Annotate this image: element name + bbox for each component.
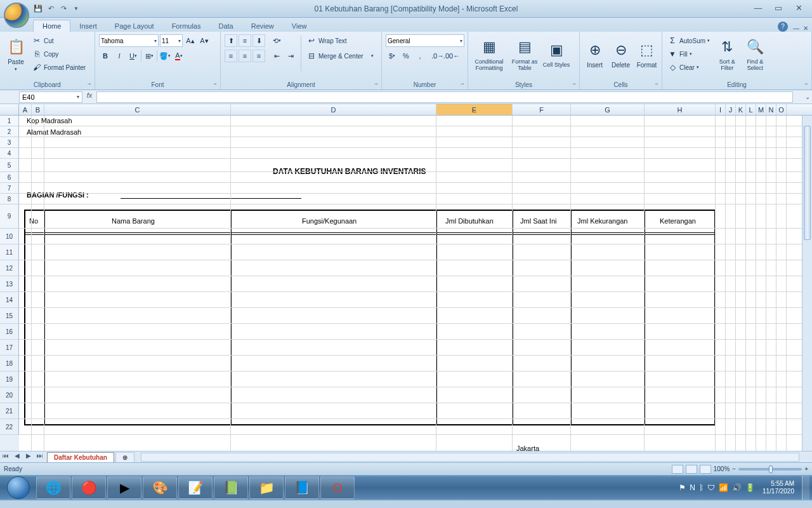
rowheader-14[interactable]: 14 xyxy=(0,292,19,308)
tab-view[interactable]: View xyxy=(283,20,316,32)
name-box[interactable]: E40▾ xyxy=(19,91,82,103)
first-sheet-icon[interactable]: ⏮ xyxy=(0,452,11,462)
fill-color-button[interactable]: 🪣▾ xyxy=(159,50,171,62)
align-top-icon[interactable]: ⬆ xyxy=(225,34,237,47)
colheader-N[interactable]: N xyxy=(766,104,776,115)
increase-font-icon[interactable]: A▴ xyxy=(184,34,197,47)
taskbar-chrome[interactable]: 🔴 xyxy=(72,476,106,499)
save-icon[interactable]: 💾 xyxy=(33,4,43,14)
new-sheet-icon[interactable]: ⊕ xyxy=(115,452,134,462)
rowheader-19[interactable]: 19 xyxy=(0,371,19,387)
rowheader-8[interactable]: 8 xyxy=(0,194,19,204)
colheader-H[interactable]: H xyxy=(645,104,716,115)
taskbar-paint[interactable]: 🎨 xyxy=(143,476,177,499)
rowheader-7[interactable]: 7 xyxy=(0,183,19,194)
rowheader-20[interactable]: 20 xyxy=(0,387,19,403)
colheader-A[interactable]: A xyxy=(19,104,32,115)
tab-home[interactable]: Home xyxy=(33,20,70,32)
select-all-corner[interactable] xyxy=(0,104,19,115)
increase-decimal-icon[interactable]: .0→ xyxy=(431,50,444,62)
vertical-scrollbar[interactable] xyxy=(802,116,812,451)
align-right-icon[interactable]: ≡ xyxy=(252,50,265,62)
rowheader-9[interactable]: 9 xyxy=(0,204,19,229)
page-break-view-icon[interactable] xyxy=(700,465,711,474)
comma-icon[interactable]: , xyxy=(414,50,426,62)
tray-onenote-icon[interactable]: N xyxy=(690,483,695,492)
tray-flag-icon[interactable]: ⚑ xyxy=(679,483,686,492)
rowheader-6[interactable]: 6 xyxy=(0,172,19,183)
decrease-decimal-icon[interactable]: .00← xyxy=(445,50,458,62)
colheader-B[interactable]: B xyxy=(32,104,44,115)
rowheader-4[interactable]: 4 xyxy=(0,148,19,159)
format-as-table-button[interactable]: ▤Format as Table xyxy=(509,33,540,75)
rowheader-17[interactable]: 17 xyxy=(0,340,19,356)
taskbar-opera[interactable]: O xyxy=(320,476,355,499)
currency-icon[interactable]: $▾ xyxy=(386,50,398,62)
rowheader-2[interactable]: 2 xyxy=(0,126,19,137)
rowheader-5[interactable]: 5 xyxy=(0,159,19,172)
page-layout-view-icon[interactable] xyxy=(686,465,697,474)
colheader-I[interactable]: I xyxy=(716,104,726,115)
rowheader-11[interactable]: 11 xyxy=(0,244,19,260)
tab-data[interactable]: Data xyxy=(209,20,242,32)
cut-button[interactable]: ✂Cut xyxy=(30,34,87,47)
rowheader-10[interactable]: 10 xyxy=(0,229,19,244)
next-sheet-icon[interactable]: ▶ xyxy=(23,452,34,462)
sheet-tab-active[interactable]: Daftar Kebutuhan xyxy=(47,452,114,462)
taskbar-ie[interactable]: 🌐 xyxy=(36,476,70,499)
close-button[interactable]: ✕ xyxy=(792,3,806,15)
cell-styles-button[interactable]: ▣Cell Styles xyxy=(542,33,571,75)
colheader-L[interactable]: L xyxy=(746,104,756,115)
align-left-icon[interactable]: ≡ xyxy=(225,50,237,62)
zoom-slider[interactable] xyxy=(738,468,802,471)
number-format-combo[interactable]: General▾ xyxy=(386,34,464,47)
taskbar-word[interactable]: 📘 xyxy=(285,476,319,499)
wrap-text-button[interactable]: ↩Wrap Text xyxy=(305,34,375,47)
undo-icon[interactable]: ↶ xyxy=(46,4,56,14)
colheader-C[interactable]: C xyxy=(44,104,231,115)
orientation-icon[interactable]: ⟲▾ xyxy=(270,34,283,47)
merge-center-button[interactable]: ⊟Merge & Center▾ xyxy=(305,50,375,62)
minimize-ribbon-icon[interactable]: — xyxy=(793,25,799,32)
find-select-button[interactable]: 🔍Find & Select xyxy=(742,33,768,75)
tray-shield-icon[interactable]: 🛡 xyxy=(707,483,715,492)
decrease-font-icon[interactable]: A▾ xyxy=(198,34,211,47)
colheader-M[interactable]: M xyxy=(756,104,766,115)
autosum-button[interactable]: ΣAutoSum▾ xyxy=(666,34,711,47)
rowheader-22[interactable]: 22 xyxy=(0,419,19,435)
tray-clock[interactable]: 5:55 AM11/17/2020 xyxy=(763,480,794,495)
close-doc-icon[interactable]: ✕ xyxy=(803,25,808,32)
horizontal-scrollbar[interactable] xyxy=(141,453,799,462)
sort-filter-button[interactable]: ⇅Sort & Filter xyxy=(714,33,740,75)
qat-menu-icon[interactable]: ▼ xyxy=(71,4,81,14)
taskbar-notes[interactable]: 📝 xyxy=(178,476,213,499)
minimize-button[interactable]: — xyxy=(751,3,765,15)
tab-insert[interactable]: Insert xyxy=(70,20,106,32)
italic-button[interactable]: I xyxy=(113,50,126,62)
rowheader-18[interactable]: 18 xyxy=(0,356,19,371)
normal-view-icon[interactable] xyxy=(672,465,683,474)
maximize-button[interactable]: ▭ xyxy=(771,3,785,15)
help-icon[interactable]: ? xyxy=(778,22,788,32)
redo-icon[interactable]: ↷ xyxy=(58,4,69,14)
colheader-E[interactable]: E xyxy=(436,104,513,115)
colheader-G[interactable]: G xyxy=(571,104,645,115)
rowheader-15[interactable]: 15 xyxy=(0,308,19,324)
tray-battery-icon[interactable]: 🔋 xyxy=(745,483,755,492)
rowheader-12[interactable]: 12 xyxy=(0,260,19,276)
spreadsheet-grid[interactable]: ABCDEFGHIJKLMNO 123456789101112131415161… xyxy=(0,104,812,451)
copy-button[interactable]: ⎘Copy xyxy=(30,48,87,60)
rowheader-21[interactable]: 21 xyxy=(0,403,19,419)
format-cells-button[interactable]: ⬚Format xyxy=(634,33,659,75)
decrease-indent-icon[interactable]: ⇤ xyxy=(270,50,283,62)
zoom-in-icon[interactable]: + xyxy=(804,465,808,472)
tab-review[interactable]: Review xyxy=(242,20,283,32)
bold-button[interactable]: B xyxy=(99,50,112,62)
colheader-F[interactable]: F xyxy=(513,104,571,115)
tray-bluetooth-icon[interactable]: ᛒ xyxy=(699,483,704,492)
align-bottom-icon[interactable]: ⬇ xyxy=(252,34,265,47)
underline-button[interactable]: U▾ xyxy=(127,50,140,62)
rowheader-13[interactable]: 13 xyxy=(0,276,19,292)
tray-volume-icon[interactable]: 🔊 xyxy=(732,483,742,492)
office-button[interactable] xyxy=(4,3,29,28)
